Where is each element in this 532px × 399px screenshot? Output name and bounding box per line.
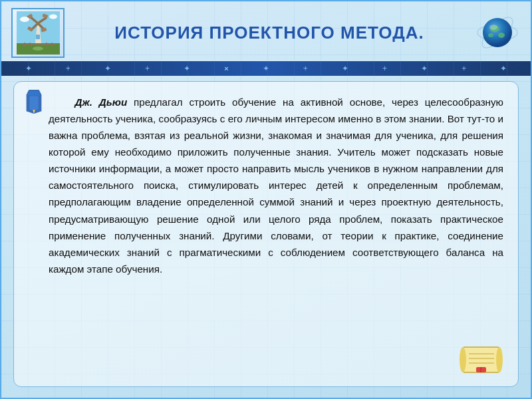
pen-icon [23,90,45,114]
scroll-icon [460,342,506,378]
svg-point-19 [20,17,29,22]
deco-star-10: ✦ [421,64,428,73]
deco-star-2: + [66,64,70,73]
page-title: ИСТОРИЯ ПРОЕКТНОГО МЕТОДА. [65,23,474,43]
svg-point-35 [496,347,503,372]
deco-star-3: ✦ [104,64,111,73]
svg-point-26 [488,33,493,37]
deco-star-9: + [382,64,387,73]
deco-star-12: ✦ [500,64,507,73]
deco-star-6: ✦ [263,64,269,73]
deco-bar: ✦ + ✦ + ✦ × ✦ + ✦ + ✦ + ✦ [1,61,531,76]
deco-star-11: + [462,64,466,73]
svg-point-27 [489,25,497,30]
deco-star-7: + [303,64,308,73]
deco-star-4: + [145,64,150,73]
svg-point-25 [498,33,505,38]
slide: ИСТОРИЯ ПРОЕКТНОГО МЕТОДА. [0,0,532,399]
deco-star-8: ✦ [342,64,348,73]
svg-point-13 [33,47,43,51]
svg-point-20 [49,15,57,19]
header: ИСТОРИЯ ПРОЕКТНОГО МЕТОДА. [1,1,531,61]
windmill-icon [11,8,65,58]
globe-icon [474,10,521,57]
main-text: Дж. Дьюи предлагал строить обучение на а… [29,94,503,277]
deco-x-1: × [224,65,228,72]
svg-rect-30 [29,96,38,110]
svg-rect-12 [36,35,40,39]
svg-point-34 [460,347,466,372]
svg-point-23 [483,18,512,47]
deco-star-5: ✦ [184,64,190,73]
deco-star-1: ✦ [25,64,32,73]
content-area: Дж. Дьюи предлагал строить обучение на а… [13,81,519,387]
